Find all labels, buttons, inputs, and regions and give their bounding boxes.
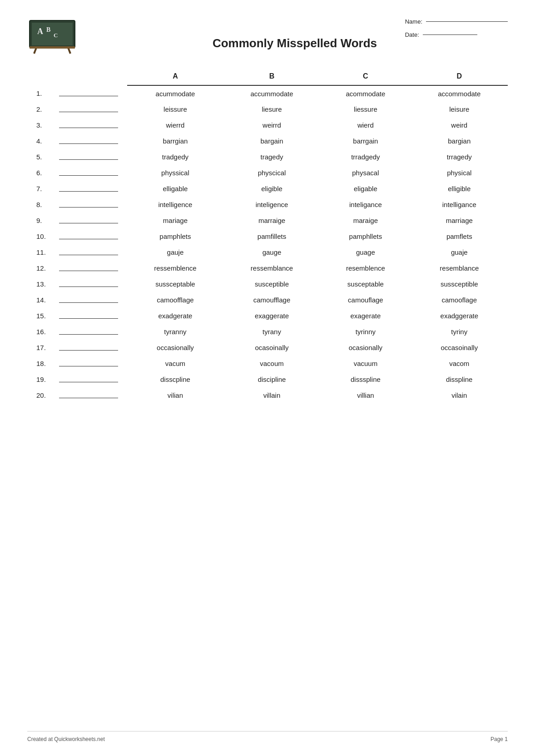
answer-blank[interactable] xyxy=(59,232,118,239)
cell-a: mariage xyxy=(127,212,223,228)
answer-blank[interactable] xyxy=(59,200,118,208)
cell-d: vacom xyxy=(411,356,508,371)
answer-blank[interactable] xyxy=(59,137,118,144)
table-row: 16.tyrannytyranytyrinnytyriny xyxy=(27,324,508,340)
name-field[interactable] xyxy=(426,21,508,22)
answer-cell[interactable] xyxy=(54,356,127,371)
cell-c: inteligance xyxy=(320,197,411,212)
cell-b: tragedy xyxy=(223,149,320,165)
cell-c: resemblence xyxy=(320,260,411,276)
answer-blank[interactable] xyxy=(59,311,118,319)
svg-text:B: B xyxy=(46,26,50,33)
answer-blank[interactable] xyxy=(59,391,118,398)
answer-cell[interactable] xyxy=(54,308,127,324)
answer-cell[interactable] xyxy=(54,212,127,228)
page: Name: Date: A B C xyxy=(0,0,535,756)
date-field[interactable] xyxy=(423,35,477,35)
cell-c: susceptable xyxy=(320,276,411,292)
table-row: 7.elligableeligibleeligableelligible xyxy=(27,181,508,197)
answer-cell[interactable] xyxy=(54,117,127,133)
row-number: 17. xyxy=(27,340,54,356)
row-number: 8. xyxy=(27,197,54,212)
answer-blank[interactable] xyxy=(59,105,118,112)
cell-a: tyranny xyxy=(127,324,223,340)
cell-d: bargian xyxy=(411,133,508,149)
cell-c: tyrinny xyxy=(320,324,411,340)
cell-b: gauge xyxy=(223,244,320,260)
footer-right: Page 1 xyxy=(490,736,508,742)
answer-cell[interactable] xyxy=(54,197,127,212)
answer-cell[interactable] xyxy=(54,228,127,244)
cell-a: barrgian xyxy=(127,133,223,149)
cell-b: ocasoinally xyxy=(223,340,320,356)
cell-b: bargain xyxy=(223,133,320,149)
answer-blank[interactable] xyxy=(59,153,118,160)
row-number: 13. xyxy=(27,276,54,292)
cell-b: liesure xyxy=(223,101,320,117)
answer-blank[interactable] xyxy=(59,184,118,192)
answer-cell[interactable] xyxy=(54,101,127,117)
answer-blank[interactable] xyxy=(59,375,118,382)
cell-c: barrgain xyxy=(320,133,411,149)
answer-cell[interactable] xyxy=(54,260,127,276)
answer-cell[interactable] xyxy=(54,149,127,165)
cell-c: acommodate xyxy=(320,85,411,101)
answer-cell[interactable] xyxy=(54,244,127,260)
cell-c: dissspline xyxy=(320,371,411,387)
answer-cell[interactable] xyxy=(54,165,127,181)
answer-blank[interactable] xyxy=(59,248,118,255)
cell-b: camoufflage xyxy=(223,292,320,308)
cell-d: disspline xyxy=(411,371,508,387)
cell-a: sussceptable xyxy=(127,276,223,292)
table-row: 1.acummodateaccummodateacommodateaccommo… xyxy=(27,85,508,101)
table-row: 2.leissureliesureliessureleisure xyxy=(27,101,508,117)
cell-c: pamphllets xyxy=(320,228,411,244)
answer-blank[interactable] xyxy=(59,327,118,335)
cell-c: physacal xyxy=(320,165,411,181)
answer-cell[interactable] xyxy=(54,387,127,403)
answer-cell[interactable] xyxy=(54,371,127,387)
cell-d: weird xyxy=(411,117,508,133)
cell-d: guaje xyxy=(411,244,508,260)
answer-blank[interactable] xyxy=(59,359,118,366)
answer-cell[interactable] xyxy=(54,276,127,292)
cell-c: eligable xyxy=(320,181,411,197)
answer-blank[interactable] xyxy=(59,343,118,351)
cell-b: eligible xyxy=(223,181,320,197)
answer-blank[interactable] xyxy=(59,264,118,271)
row-number: 16. xyxy=(27,324,54,340)
table-row: 11.gaujegaugeguageguaje xyxy=(27,244,508,260)
answer-cell[interactable] xyxy=(54,324,127,340)
answer-blank[interactable] xyxy=(59,296,118,303)
answer-cell[interactable] xyxy=(54,340,127,356)
row-number: 19. xyxy=(27,371,54,387)
table-row: 14.camoofflagecamoufflagecamouflagecamoo… xyxy=(27,292,508,308)
col-header-number xyxy=(27,69,54,85)
cell-c: maraige xyxy=(320,212,411,228)
date-label: Date: xyxy=(405,31,419,38)
answer-cell[interactable] xyxy=(54,181,127,197)
col-header-answer xyxy=(54,69,127,85)
row-number: 3. xyxy=(27,117,54,133)
answer-blank[interactable] xyxy=(59,280,118,287)
cell-c: liessure xyxy=(320,101,411,117)
cell-c: trradgedy xyxy=(320,149,411,165)
answer-blank[interactable] xyxy=(59,216,118,223)
answer-cell[interactable] xyxy=(54,292,127,308)
row-number: 4. xyxy=(27,133,54,149)
cell-c: wierd xyxy=(320,117,411,133)
cell-b: ressemblance xyxy=(223,260,320,276)
cell-d: tyriny xyxy=(411,324,508,340)
col-header-a: A xyxy=(127,69,223,85)
svg-text:A: A xyxy=(37,27,43,36)
svg-text:C: C xyxy=(54,32,58,39)
answer-blank[interactable] xyxy=(59,168,118,176)
cell-d: accommodate xyxy=(411,85,508,101)
answer-blank[interactable] xyxy=(59,121,118,128)
answer-blank[interactable] xyxy=(59,89,118,96)
answer-cell[interactable] xyxy=(54,133,127,149)
cell-c: vacuum xyxy=(320,356,411,371)
answer-cell[interactable] xyxy=(54,85,127,101)
cell-d: occasoinally xyxy=(411,340,508,356)
cell-b: villain xyxy=(223,387,320,403)
